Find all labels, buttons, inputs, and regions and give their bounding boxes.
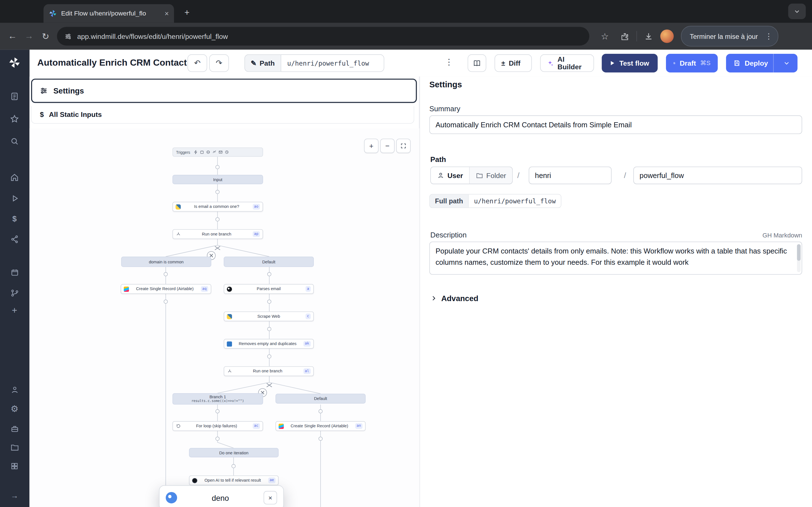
- flow-node-for-loop[interactable]: For loop (skip failures) ac: [172, 421, 263, 431]
- owner-kind-user[interactable]: User: [431, 167, 469, 184]
- site-settings-icon[interactable]: [64, 33, 72, 40]
- sidebar-item-folders[interactable]: [9, 442, 20, 452]
- flow-branch-domain-is-common[interactable]: domain is common: [121, 257, 211, 267]
- all-static-inputs-item[interactable]: $ All Static Inputs: [31, 106, 414, 124]
- flow-branch-default-1[interactable]: Default: [223, 257, 314, 267]
- sidebar-item-search[interactable]: [9, 136, 20, 147]
- bookmark-star-icon[interactable]: ☆: [597, 28, 613, 45]
- description-textarea[interactable]: Populate your CRM contacts' details from…: [429, 242, 802, 275]
- flow-node-parses-email[interactable]: Parses email a: [223, 284, 314, 294]
- sidebar-item-runs[interactable]: [9, 91, 20, 101]
- email-trigger-icon: [219, 150, 223, 154]
- save-icon: [733, 59, 741, 67]
- sidebar-item-schedules[interactable]: [9, 267, 20, 277]
- sidebar-item-home[interactable]: [9, 172, 20, 183]
- deploy-dropdown-button[interactable]: [779, 60, 794, 66]
- flow-node-do-one-iteration[interactable]: Do one iteration: [189, 448, 278, 457]
- draft-button[interactable]: Draft ⌘S: [666, 54, 718, 72]
- settings-heading: Settings: [429, 80, 462, 90]
- full-path-label: Full path: [430, 194, 468, 208]
- flow-node-create-record-1[interactable]: Create Single Record (Airtable) aq: [121, 284, 211, 294]
- tab-search-button[interactable]: [788, 4, 806, 19]
- windmill-logo[interactable]: [8, 56, 20, 69]
- sidebar-item-workspace[interactable]: [9, 423, 20, 434]
- docs-button[interactable]: [468, 54, 486, 72]
- flow-node-run-one-branch-2[interactable]: Run one branch al: [223, 366, 314, 376]
- redo-button[interactable]: ↷: [209, 54, 229, 72]
- flow-node-scrape-web[interactable]: Scrape Web c: [223, 312, 314, 321]
- forward-button[interactable]: →: [20, 28, 37, 45]
- flow-node-openai[interactable]: Open AI to tell if relevant result ae: [189, 475, 278, 485]
- path-chip[interactable]: ✎ Path: [245, 54, 281, 72]
- flow-node-run-one-branch-1[interactable]: Run one branch ap: [172, 229, 263, 239]
- flow-editor-toolbar: Automatically Enrich CRM Contact ↶ ↷ ✎ P…: [30, 50, 812, 77]
- flow-node-email-check[interactable]: Is email a common one? ao: [172, 202, 263, 212]
- folder-icon: [476, 172, 483, 179]
- deploy-button[interactable]: Deploy: [745, 59, 768, 67]
- reload-button[interactable]: ↻: [37, 28, 54, 45]
- sidebar-item-resources[interactable]: [9, 234, 20, 244]
- owner-input[interactable]: [529, 166, 612, 184]
- sidebar-item-account[interactable]: [9, 385, 20, 395]
- diff-button[interactable]: ± Diff: [495, 54, 532, 72]
- tab-strip: Edit Flow u/henri/powerful_flo × +: [0, 0, 812, 23]
- browser-tab[interactable]: Edit Flow u/henri/powerful_flo ×: [43, 4, 174, 23]
- summary-input[interactable]: [429, 115, 802, 134]
- sidebar-item-jobs[interactable]: [9, 193, 20, 203]
- pencil-icon: ✎: [251, 59, 257, 67]
- flow-node-removes-empty[interactable]: Removes empty and duplicates ak: [223, 339, 314, 349]
- chrome-update-button[interactable]: Terminer la mise à jour ⋮: [681, 26, 778, 47]
- path-input[interactable]: u/henri/powerful_flow: [281, 54, 384, 72]
- extensions-icon[interactable]: [620, 32, 629, 41]
- owner-kind-folder[interactable]: Folder: [469, 167, 512, 184]
- ai-builder-button[interactable]: AI Builder: [540, 54, 594, 72]
- tab-close-icon[interactable]: ×: [165, 9, 169, 17]
- description-header: Description GH Markdown: [429, 231, 802, 239]
- download-icon[interactable]: [644, 32, 653, 41]
- sidebar-item-workers[interactable]: [9, 288, 20, 298]
- new-tab-button[interactable]: +: [180, 6, 194, 20]
- browser-actions: ☆ Terminer la mise à jour ⋮: [597, 26, 778, 47]
- flow-node-create-record-2[interactable]: Create Single Record (Airtable) an: [275, 421, 366, 431]
- sidebar-expand-button[interactable]: →: [9, 490, 20, 500]
- zoom-out-button[interactable]: −: [380, 138, 395, 153]
- advanced-section-toggle[interactable]: Advanced: [430, 294, 478, 302]
- sidebar-item-variables[interactable]: $: [9, 213, 20, 224]
- flow-branch-1[interactable]: Branch 1 results.c.some((x)=>x!=""): [172, 393, 263, 404]
- fit-view-button[interactable]: [396, 138, 410, 153]
- flow-name-input[interactable]: [633, 166, 802, 184]
- arrow-right-icon: →: [11, 491, 18, 499]
- loop-icon: [175, 424, 181, 429]
- flow-canvas[interactable]: + − Triggers Input: [30, 128, 419, 507]
- flow-title[interactable]: Automatically Enrich CRM Contact: [37, 57, 189, 68]
- fullscreen-icon: [400, 143, 407, 149]
- language-popup[interactable]: deno ×: [159, 485, 284, 507]
- more-options-button[interactable]: ⋮: [444, 57, 454, 67]
- briefcase-icon: [10, 424, 19, 433]
- sidebar-item-add[interactable]: +: [9, 305, 20, 316]
- address-bar[interactable]: app.windmill.dev/flows/edit/u/henri/powe…: [57, 27, 589, 46]
- sidebar-item-favorites[interactable]: [9, 114, 20, 124]
- deploy-divider: [773, 54, 774, 72]
- back-button[interactable]: ←: [4, 28, 21, 45]
- sidebar-item-apps[interactable]: [9, 461, 20, 471]
- zoom-in-button[interactable]: +: [364, 138, 378, 153]
- deno-icon: [227, 286, 232, 291]
- flow-branch-default-2[interactable]: Default: [275, 394, 366, 404]
- python-icon: [175, 204, 181, 209]
- flow-triggers-node[interactable]: Triggers: [172, 147, 263, 157]
- sidebar-item-settings[interactable]: ⚙: [9, 404, 20, 414]
- flow-node-input[interactable]: Input: [172, 175, 263, 184]
- chrome-menu-icon[interactable]: ⋮: [763, 32, 774, 41]
- airtable-icon: [278, 424, 284, 429]
- app-window: Edit Flow u/henri/powerful_flo × + ← → ↻…: [0, 0, 812, 507]
- full-path-display: Full path u/henri/powerful_flow: [429, 194, 562, 208]
- flow-settings-item[interactable]: Settings: [31, 78, 417, 103]
- popup-close-button[interactable]: ×: [264, 491, 277, 504]
- trigger-type-icons: [194, 150, 229, 154]
- test-flow-button[interactable]: Test flow: [602, 54, 658, 72]
- profile-avatar[interactable]: [660, 30, 674, 43]
- undo-button[interactable]: ↶: [188, 54, 207, 72]
- markdown-hint: GH Markdown: [762, 232, 802, 239]
- save-icon: [673, 59, 675, 67]
